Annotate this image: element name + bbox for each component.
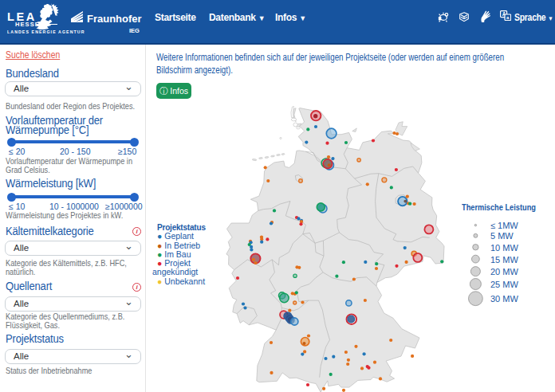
svg-text:≤ 1MW: ≤ 1MW xyxy=(490,221,518,230)
svg-text:20 MW: 20 MW xyxy=(490,267,518,276)
svg-text:25 MW: 25 MW xyxy=(490,280,518,289)
svg-text:15 MW: 15 MW xyxy=(490,255,518,265)
svg-text:30 MW: 30 MW xyxy=(490,294,518,304)
svg-text:5 MW: 5 MW xyxy=(490,231,514,241)
svg-text:10 MW: 10 MW xyxy=(490,243,518,253)
